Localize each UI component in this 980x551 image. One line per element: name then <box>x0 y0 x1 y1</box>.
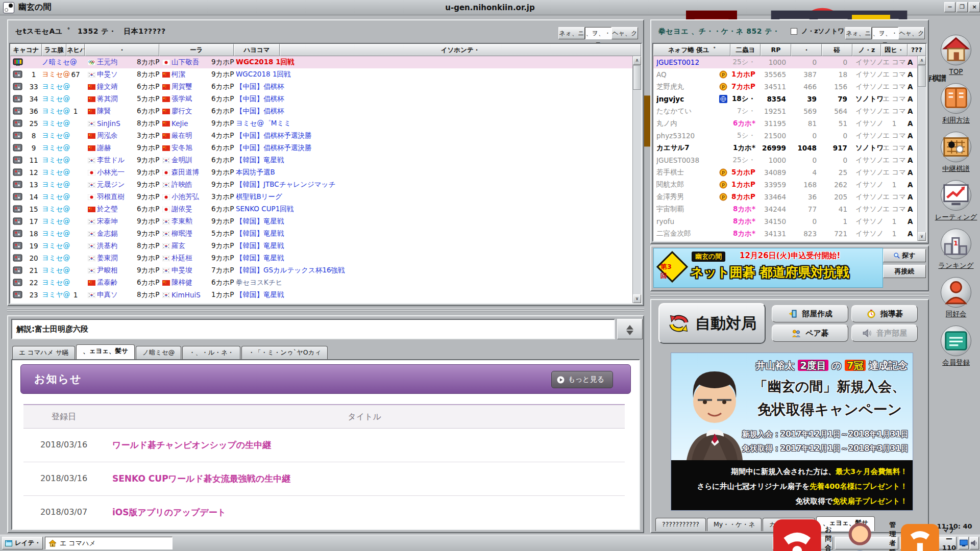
user-row[interactable]: 芝野虎丸P7カホP34511466156イサソノエ コマA <box>653 81 917 93</box>
lower-tab-4[interactable]: ・、・ル・ネ・ <box>182 346 240 359</box>
right-splitter[interactable] <box>650 293 929 298</box>
users-col-5[interactable]: 硲 <box>822 44 852 56</box>
game-row[interactable]: 33ヨミセ@鐘文靖6カホP周賀璽6カホP【中国】倡棋杯 <box>10 81 632 93</box>
games-col-5[interactable]: ーラ <box>159 44 234 56</box>
reconnect-button[interactable]: 再接続 <box>883 265 926 278</box>
game-row[interactable]: 8ヨミセ@周泓余3カホP厳在明4カホP【中国】倡棋杯予選決勝 <box>10 130 632 142</box>
users-col-3[interactable]: RP <box>761 44 791 56</box>
restore-button[interactable]: ❐ <box>957 2 968 12</box>
pair-go-button[interactable]: ペア碁 <box>772 324 848 342</box>
sidebar-item-register[interactable]: 会員登録 <box>932 325 980 367</box>
user-row[interactable]: 宇宙制覇8カホ*342447741イサソノエ コマA <box>653 203 917 215</box>
lower-tab-3[interactable]: ノ暗ミセ@ <box>136 346 181 359</box>
spinner-button[interactable] <box>617 319 643 339</box>
user-row[interactable]: JGUEST001225シ・100000イサソノエ コマA <box>653 56 917 68</box>
game-row[interactable]: 21ヨミセ@尹畯相9カホP申旻埈7カホP【韓国】GSカルテックス杯16強戦 <box>10 264 632 277</box>
games-col-1[interactable]: キャコナ <box>10 44 42 56</box>
create-room-button[interactable]: 部屋作成 <box>772 305 848 322</box>
game-row[interactable]: 19ヨミセ@洪基杓8カホP羅玄9カホP【韓国】竜星戦 <box>10 240 632 252</box>
users-toolbar-button-2[interactable]: 、ヲ、・ヨ <box>872 27 898 39</box>
users-col-8[interactable]: ??? <box>908 44 926 56</box>
users-scroll-thumb[interactable] <box>918 65 926 87</box>
user-row[interactable]: 二宮金次郎8カホ*34131823721イサソノ1A <box>653 228 917 240</box>
users-toolbar-button-1[interactable]: ネォ、ニ <box>845 27 872 39</box>
admin-button[interactable]: 管理者呼出 <box>835 537 898 549</box>
sidebar-item-ranking[interactable]: 1ランキング <box>932 229 980 270</box>
game-row[interactable]: 11ヨミセ@李世ドル9カホP金明訓6カホP【韓国】竜星戦 <box>10 154 632 166</box>
commentary-field[interactable]: 解説:富士田明彦六段 <box>11 319 615 339</box>
game-row[interactable]: 36ヨミセ@1陳賢6カホP廖行文6カホP【中国】倡棋杯 <box>10 105 632 117</box>
notice-row[interactable]: 2018/03/07iOS版アプリのアップデート <box>23 496 625 530</box>
games-toolbar-button-3[interactable]: ヘャ、ク <box>611 27 638 39</box>
game-row[interactable]: 1ヨミセ@67申旻ソ8カホP柯潔9カホPWGC2018 1回戦 <box>10 68 632 81</box>
users-col-1[interactable]: ネォフ蜷 偀ユ゜ <box>653 44 730 56</box>
users-scrollbar[interactable]: ∧ ∨ <box>917 56 926 241</box>
user-row[interactable]: JGUEST003825シ・100000イサソノエ コマA <box>653 154 917 166</box>
user-row[interactable]: たなかてい7シ・19251569564イサソノエ コマA <box>653 105 917 117</box>
teaching-game-button[interactable]: 指導碁 <box>851 305 918 322</box>
close-button[interactable]: × <box>969 2 980 12</box>
games-toolbar-button-1[interactable]: ネォ、ニ <box>558 27 585 39</box>
games-scrollbar[interactable]: ∧ ∨ <box>632 56 641 303</box>
user-row[interactable]: 金澤秀男P8カホP3346436205イサソノエ コマA <box>653 191 917 203</box>
lobby-tab[interactable]: エ コマハメ <box>45 537 173 549</box>
lower-tab-2[interactable]: 、ェヨェ、髪サ <box>76 344 135 359</box>
notice-row[interactable]: 2018/03/16ワールド碁チャンピオンシップの生中継 <box>23 429 625 462</box>
notice-row[interactable]: 2018/03/16SENKO CUPワールド碁女流最強戦の生中継 <box>23 462 625 496</box>
connected-only-checkbox[interactable] <box>791 28 797 35</box>
game-row[interactable]: 18ヨミセ@金志錫9カホP柳珉瀅5カホP【韓国】竜星戦 <box>10 228 632 240</box>
user-row[interactable]: 若手棋士P5カホP34089425イサソノエ コマA <box>653 166 917 179</box>
game-row[interactable]: 15ヨミセ@於之瑩6カホP謝依旻6カホPSENKO CUP1回戦 <box>10 203 632 215</box>
game-row[interactable]: 34ヨミセ@蒋其潤5カホP張学斌6カホP【中国】倡棋杯 <box>10 93 632 105</box>
games-col-6[interactable]: ハヨコマ <box>234 44 280 56</box>
sidebar-item-club[interactable]: 同好会 <box>932 277 980 319</box>
sidebar-item-home[interactable]: TOP <box>932 35 980 76</box>
sidebar-item-rating[interactable]: レーティング <box>932 180 980 222</box>
manner-button[interactable]: マナー110番 <box>900 537 957 549</box>
games-col-7[interactable]: イソホンテ・ <box>280 44 641 56</box>
game-row[interactable]: ノ暗ミセ@王元均8カホP山下敬吾9カホPWGC2018 1回戦 <box>10 56 632 68</box>
user-row[interactable]: phyz531205シ・2150000イサソノエ コマA <box>653 130 917 142</box>
prefecture-tournament-banner[interactable]: 第3回 幽玄の間 12月26日(火)申込受付開始! ネット囲碁 都道府県対抗戦 <box>653 248 883 288</box>
scroll-up-icon[interactable]: ∧ <box>633 56 641 65</box>
campaign-ad[interactable]: 井山裕太 2度目 の 7冠 達成記念 「幽玄の間」新規入会、 免状取得キャンペー… <box>671 353 913 511</box>
right-tab-1[interactable]: ??????????? <box>655 518 706 531</box>
game-row[interactable]: 17ヨミセ@宋泰坤9カホP李東勲9カホP【韓国】竜星戦 <box>10 215 632 228</box>
users-toolbar-button-3[interactable]: ヘャ、ク <box>898 27 925 39</box>
games-col-2[interactable]: ラエ腺 <box>42 44 66 56</box>
notice-title-link[interactable]: SENKO CUPワールド碁女流最強戦の生中継 <box>104 462 625 495</box>
lobby-button[interactable]: レイテ・ <box>2 537 43 549</box>
users-col-7[interactable]: 因ヒ・ <box>881 44 908 56</box>
screen-share-button[interactable] <box>959 537 969 549</box>
game-row[interactable]: 25ヨミセ@SinJinS8カホPKeJie9カホPヨミセ@゜Mミミ <box>10 117 632 130</box>
notice-title-link[interactable]: ワールド碁チャンピオンシップの生中継 <box>104 429 625 462</box>
user-row[interactable]: カエサル71カホ*269991048917ソノトワエ コマA <box>653 142 917 154</box>
game-row[interactable]: 23ヨミヤ@1申真ソ8カホPKimHuiS1カホP【韓国】竜星戦 <box>10 289 632 301</box>
scroll-down-icon[interactable]: ∨ <box>918 232 926 241</box>
game-row[interactable]: 22ヨミセ@孟泰齢6カホP陳梓健6カホP拳セヨスKチヒ <box>10 277 632 289</box>
auto-match-button[interactable]: 自動対局 <box>658 303 766 344</box>
voice-room-button[interactable]: 音声部屋 <box>851 324 918 342</box>
games-col-4[interactable]: ・ <box>85 44 159 56</box>
game-row[interactable]: 20ヨミセ@姜東潤9カホP朴廷桓9カホP【韓国】竜星戦 <box>10 252 632 264</box>
contact-button[interactable]: お問合せ <box>773 537 833 549</box>
user-row[interactable]: 丸ノ内6カホ*311958151イサソノ1A <box>653 117 917 130</box>
games-col-3[interactable]: ネヒハ <box>66 44 85 56</box>
sidebar-item-guide[interactable]: 利用方法 <box>932 83 980 125</box>
user-row[interactable]: ryofu8カホ*3415001イサソノ1A <box>653 215 917 228</box>
users-col-6[interactable]: ノ・z <box>852 44 881 56</box>
user-row[interactable]: jngvjyc18シ・83543979ソノトワエ コマA <box>653 93 917 105</box>
lower-tab-5[interactable]: ・「・ミ・ンゥ`ヤOカィ <box>241 346 328 359</box>
game-row[interactable]: 12ヨミセ@小林光一9カホP森田道博9カホP本因坊予選B <box>10 166 632 179</box>
right-tab-2[interactable]: My・・ケ・ネ <box>707 518 762 531</box>
sound-button[interactable] <box>970 537 979 549</box>
sidebar-item-goban[interactable]: 中継棋譜 <box>932 132 980 173</box>
games-toolbar-button-2[interactable]: 、ヲ、・ヨ <box>585 27 611 39</box>
game-row[interactable]: 9ヨミセ@謝赫9カホP安冬旭6カホP【中国】倡棋杯予選決勝 <box>10 142 632 154</box>
user-row[interactable]: 関航太郎P1カホP33959168262イサソノ1A <box>653 179 917 191</box>
games-scroll-thumb[interactable] <box>633 65 641 90</box>
users-col-4[interactable]: ・ <box>791 44 822 56</box>
users-col-2[interactable]: 二蟲ヨ <box>730 44 761 56</box>
lower-tab-1[interactable]: エ コマハメ サ瞞 <box>12 346 75 359</box>
left-splitter[interactable] <box>7 308 644 314</box>
